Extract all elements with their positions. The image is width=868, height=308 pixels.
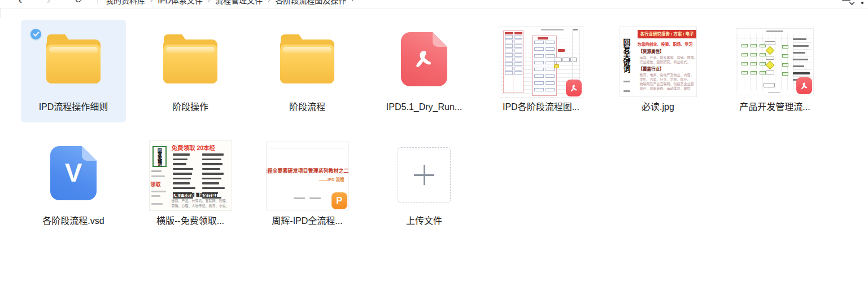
tile-pdf-dry-run[interactable]: IPD5.1_Dry_Run... (372, 20, 477, 122)
breadcrumb-item-2[interactable]: IPD体系文件 (158, 0, 202, 6)
tile-media (488, 20, 594, 99)
breadcrumb-item-3[interactable]: 流程管理文件 (215, 0, 263, 6)
plus-icon (414, 165, 434, 185)
tile-media (138, 20, 243, 99)
breadcrumb-separator-icon: › (150, 0, 152, 4)
file-name: 产品开发管理流... (739, 101, 810, 113)
file-name: 必读.jpg (642, 101, 674, 113)
tile-image-ipd-stage-flowchart[interactable]: IPD各阶段流程图... (488, 20, 594, 122)
breadcrumb-caret-icon[interactable]: ▾ (351, 0, 354, 3)
tile-folder-stage-process[interactable]: 阶段流程 (255, 20, 360, 122)
file-name: IPD各阶段流程图... (503, 101, 579, 113)
toolbar-divider (97, 0, 98, 5)
tile-upload-file[interactable]: 上传文件 (372, 134, 477, 236)
file-thumbnail: 回复关键词 各行业研究报告 / 方案 / 电子 为您的创业、投资、职场、学习 【… (620, 27, 696, 96)
file-thumbnail (499, 27, 583, 97)
refresh-icon[interactable]: ⟳ (73, 0, 85, 5)
forward-icon[interactable]: › (43, 0, 54, 5)
sort-order-icon[interactable] (842, 0, 854, 5)
upload-dropzone[interactable] (398, 147, 451, 203)
tile-image-product-dev-flow[interactable]: 产品开发管理流... (722, 20, 827, 122)
folded-corner (82, 146, 97, 161)
file-name: 阶段流程 (289, 101, 325, 113)
tile-media (255, 20, 360, 99)
file-thumbnail (736, 29, 813, 95)
file-thumbnail: 回复关键词 领取 免费领取 20本经 【电子书资源 覆盖全行业】 运营、产品、计… (150, 141, 232, 210)
panel-edge (0, 8, 1, 17)
tile-media: 回复关键词 领取 免费领取 20本经 【电子书资源 覆盖全行业】 运营、产品、计… (138, 134, 243, 213)
file-thumbnail: 流程全要素研发项目管理系列教材之二 ——IPD 流程 P (267, 142, 348, 210)
file-name: 横版--免费领取... (156, 215, 224, 227)
pdf-badge-icon (796, 77, 812, 94)
tile-media: 流程全要素研发项目管理系列教材之二 ——IPD 流程 P (255, 134, 360, 213)
tile-visio-stage-process[interactable]: V 各阶段流程.vsd (21, 134, 126, 236)
tile-media (722, 20, 827, 99)
file-name: 周辉-IPD全流程... (272, 215, 342, 227)
more-options-icon[interactable] (861, 2, 863, 4)
file-name: 阶段操作 (172, 101, 208, 113)
tile-folder-ipd-process-details[interactable]: IPD流程操作细则 (21, 20, 126, 122)
ppt-badge-icon: P (332, 192, 347, 209)
tile-folder-stage-operation[interactable]: 阶段操作 (138, 20, 243, 122)
file-name: 各阶段流程.vsd (42, 215, 104, 227)
visio-file-icon: V (50, 146, 97, 200)
tile-image-zhouhui-ipd[interactable]: 流程全要素研发项目管理系列教材之二 ——IPD 流程 P 周辉-IPD全流程..… (255, 134, 360, 236)
acrobat-logo-icon (412, 47, 436, 71)
tile-image-free-books[interactable]: 回复关键词 领取 免费领取 20本经 【电子书资源 覆盖全行业】 运营、产品、计… (138, 134, 243, 236)
upload-label: 上传文件 (406, 215, 442, 227)
selected-check-icon[interactable] (30, 29, 41, 39)
folded-corner (433, 32, 447, 47)
tile-media (372, 20, 477, 99)
file-name: IPD5.1_Dry_Run... (386, 101, 462, 113)
pdf-badge-icon (566, 80, 582, 96)
breadcrumb: 我的资料库 › IPD体系文件 › 流程管理文件 › 各阶段流程图及操作 ▾ (106, 0, 354, 6)
folder-icon (280, 39, 334, 83)
qr-code: 回复关键词 (152, 146, 167, 167)
navigation-toolbar: ‹ › ⟳ 我的资料库 › IPD体系文件 › 流程管理文件 › 各阶段流程图及… (0, 0, 868, 8)
tile-media: V (21, 134, 126, 213)
folder-icon (163, 39, 217, 83)
pdf-file-icon (401, 32, 447, 86)
breadcrumb-item-1[interactable]: 我的资料库 (106, 0, 145, 6)
breadcrumb-separator-icon: › (208, 0, 210, 4)
tile-media (372, 134, 477, 213)
back-icon[interactable]: ‹ (15, 0, 26, 5)
file-name: IPD流程操作细则 (39, 101, 108, 113)
folder-icon (46, 39, 101, 83)
breadcrumb-separator-icon: › (268, 0, 270, 4)
breadcrumb-item-4[interactable]: 各阶段流程图及操作 (275, 0, 346, 6)
tile-image-mustread[interactable]: 回复关键词 各行业研究报告 / 方案 / 电子 为您的创业、投资、职场、学习 【… (605, 20, 710, 122)
tile-media: 回复关键词 各行业研究报告 / 方案 / 电子 为您的创业、投资、职场、学习 【… (605, 20, 710, 99)
